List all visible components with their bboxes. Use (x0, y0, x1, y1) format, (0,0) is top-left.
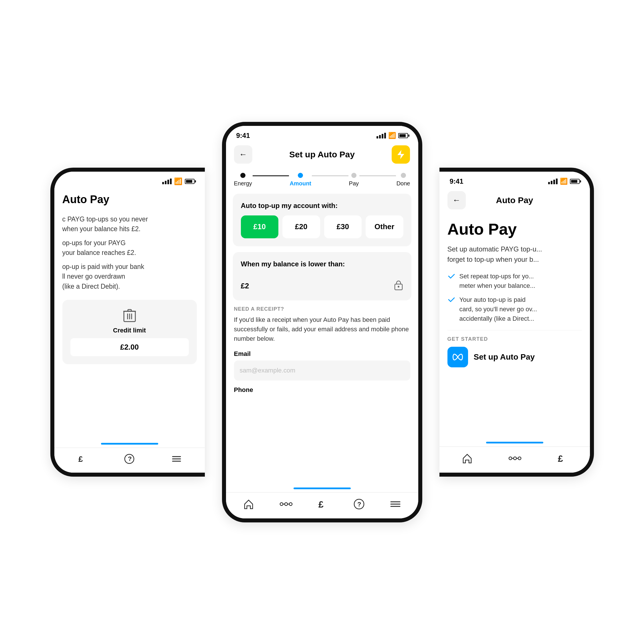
check-item-2: Your auto top-up is paidcard, so you'll … (447, 295, 582, 323)
lightning-button[interactable] (392, 145, 410, 164)
phone-label: Phone (234, 386, 410, 394)
svg-point-27 (518, 457, 521, 460)
setup-autopay-label: Set up Auto Pay (474, 352, 535, 362)
nav-dots-right[interactable] (508, 453, 522, 464)
step-energy-label: Energy (234, 180, 252, 187)
topup-card-title: Auto top-up my account with: (241, 202, 403, 210)
get-started-label: GET STARTED (447, 330, 582, 342)
right-hero-title: Auto Pay (447, 220, 582, 238)
credit-card-section: Credit limit £2.00 (62, 300, 197, 364)
check-item-1: Set repeat top-ups for yo...meter when y… (447, 272, 582, 290)
step-pay-label: Pay (349, 180, 359, 187)
svg-point-14 (280, 503, 283, 506)
left-desc3: op-up is paid with your bankll never go … (62, 262, 197, 292)
amount-options: £10 £20 £30 Other (241, 215, 403, 238)
amount-10-button[interactable]: £10 (241, 215, 279, 238)
step-line-3 (359, 175, 396, 176)
nav-help-center[interactable]: ? (353, 498, 365, 510)
svg-point-15 (285, 503, 288, 506)
step-amount-label: Amount (290, 180, 311, 187)
left-title: Auto Pay (62, 193, 197, 206)
credit-limit-label: Credit limit (70, 327, 189, 334)
step-line-2 (312, 175, 348, 176)
center-nav-header: ← Set up Auto Pay (226, 142, 418, 168)
svg-point-13 (398, 286, 399, 288)
nav-help-left[interactable]: ? (124, 454, 134, 464)
svg-point-26 (514, 457, 516, 460)
right-bottom-nav: £ (439, 446, 590, 473)
setup-autopay-button[interactable]: Set up Auto Pay (447, 347, 582, 367)
check-text-2: Your auto top-up is paidcard, so you'll … (459, 295, 537, 323)
right-phone: 9:41 📶 ← Auto Pay (439, 168, 594, 477)
check-text-1: Set repeat top-ups for yo...meter when y… (459, 272, 535, 290)
nav-home-right[interactable] (461, 453, 473, 464)
step-done-label: Done (397, 180, 410, 187)
nav-menu-left[interactable] (171, 454, 182, 464)
amount-30-button[interactable]: £30 (324, 215, 362, 238)
right-content: Auto Pay Set up automatic PAYG top-u...f… (439, 214, 590, 373)
right-time: 9:41 (450, 177, 463, 185)
balance-row: £2 (241, 274, 403, 292)
balance-card: When my balance is lower than: £2 (233, 252, 411, 300)
right-nav-header: ← Auto Pay (439, 188, 590, 214)
left-phone: 📶 Auto Pay c PAYG top-ups so you neverwh… (50, 168, 205, 477)
nav-pound-right[interactable]: £ (557, 453, 568, 464)
step-line-1 (253, 175, 289, 176)
center-phone: 9:41 📶 ← Set up Auto Pay (222, 122, 422, 522)
center-bottom-nav: £ ? (226, 492, 418, 518)
svg-text:£: £ (318, 499, 324, 510)
nav-pound-left[interactable]: £ (77, 454, 88, 464)
svg-marker-11 (397, 150, 404, 159)
svg-point-25 (509, 457, 512, 460)
credit-limit-value: £2.00 (70, 338, 189, 356)
svg-text:?: ? (357, 501, 361, 508)
left-desc1: c PAYG top-ups so you neverwhen your bal… (62, 214, 197, 234)
email-label: Email (234, 350, 410, 358)
nav-home-center[interactable] (243, 498, 254, 510)
left-desc2: op-ups for your PAYGyour balance reaches… (62, 238, 197, 258)
topup-card: Auto top-up my account with: £10 £20 £30… (233, 194, 411, 246)
nav-menu-center[interactable] (390, 498, 401, 510)
svg-text:£: £ (558, 453, 563, 464)
center-time: 9:41 (236, 132, 250, 140)
center-back-button[interactable]: ← (234, 145, 252, 164)
step-pay-dot (351, 173, 356, 178)
right-nav-title: Auto Pay (496, 195, 533, 205)
balance-card-title: When my balance is lower than: (241, 260, 403, 268)
step-energy-dot (240, 173, 245, 178)
stepper: Energy Amount Pay Done (226, 168, 418, 194)
receipt-section: NEED A RECEIPT? If you'd like a receipt … (226, 306, 418, 402)
amount-20-button[interactable]: £20 (282, 215, 320, 238)
checkmark-icon-1 (447, 272, 455, 282)
checkmark-icon-2 (447, 296, 455, 306)
receipt-section-label: NEED A RECEIPT? (234, 306, 410, 312)
svg-text:?: ? (128, 455, 132, 462)
trash-icon (70, 308, 189, 322)
svg-text:£: £ (78, 455, 83, 463)
email-input[interactable]: sam@example.com (234, 360, 410, 381)
left-bottom-nav: £ ? (54, 447, 205, 473)
step-amount-dot (298, 173, 303, 178)
amount-other-button[interactable]: Other (366, 215, 403, 238)
right-back-button[interactable]: ← (447, 191, 466, 209)
center-nav-title: Set up Auto Pay (289, 150, 355, 159)
svg-point-16 (289, 503, 292, 506)
balance-value: £2 (241, 282, 249, 290)
infinity-icon (447, 347, 468, 367)
right-desc: Set up automatic PAYG top-u...forget to … (447, 244, 582, 265)
receipt-description: If you'd like a receipt when your Auto P… (234, 315, 410, 343)
nav-dots-center[interactable] (279, 498, 293, 510)
step-done-dot (401, 173, 406, 178)
lock-icon (394, 280, 403, 292)
nav-pound-center[interactable]: £ (318, 498, 328, 510)
